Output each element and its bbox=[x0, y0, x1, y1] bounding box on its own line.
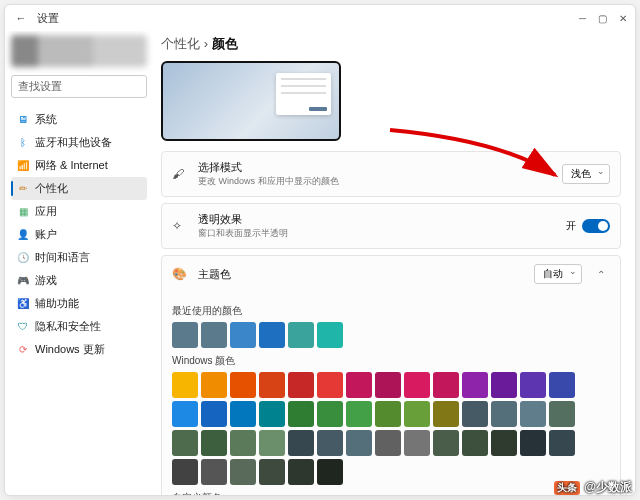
breadcrumb-parent[interactable]: 个性化 bbox=[161, 36, 200, 51]
sidebar-item-10[interactable]: ⟳Windows 更新 bbox=[11, 338, 147, 361]
windows-color-swatch[interactable] bbox=[230, 372, 256, 398]
nav-icon: 📶 bbox=[17, 160, 29, 172]
windows-color-swatch[interactable] bbox=[172, 401, 198, 427]
transparency-toggle[interactable] bbox=[582, 219, 610, 233]
sidebar-item-2[interactable]: 📶网络 & Internet bbox=[11, 154, 147, 177]
windows-color-swatch[interactable] bbox=[375, 372, 401, 398]
windows-color-swatch[interactable] bbox=[491, 372, 517, 398]
sidebar-item-9[interactable]: 🛡隐私和安全性 bbox=[11, 315, 147, 338]
windows-color-swatch[interactable] bbox=[259, 430, 285, 456]
windows-color-swatch[interactable] bbox=[433, 372, 459, 398]
accent-select[interactable]: 自动 bbox=[534, 264, 582, 284]
windows-color-swatch[interactable] bbox=[288, 401, 314, 427]
sparkle-icon: ✧ bbox=[172, 219, 188, 233]
windows-color-swatch[interactable] bbox=[433, 401, 459, 427]
windows-color-swatch[interactable] bbox=[259, 372, 285, 398]
sidebar-item-5[interactable]: 👤账户 bbox=[11, 223, 147, 246]
transparency-row: ✧ 透明效果 窗口和表面显示半透明 开 bbox=[161, 203, 621, 249]
windows-color-swatch[interactable] bbox=[520, 401, 546, 427]
windows-color-swatch[interactable] bbox=[375, 430, 401, 456]
windows-color-swatch[interactable] bbox=[549, 430, 575, 456]
windows-color-swatch[interactable] bbox=[520, 372, 546, 398]
window-controls: ─ ▢ ✕ bbox=[579, 13, 627, 24]
windows-color-swatch[interactable] bbox=[230, 401, 256, 427]
windows-color-swatch[interactable] bbox=[462, 372, 488, 398]
sidebar-item-3[interactable]: ✏个性化 bbox=[11, 177, 147, 200]
windows-color-swatch[interactable] bbox=[259, 459, 285, 485]
windows-color-swatch[interactable] bbox=[201, 430, 227, 456]
recent-color-swatch[interactable] bbox=[172, 322, 198, 348]
recent-color-swatch[interactable] bbox=[201, 322, 227, 348]
nav-icon: 🕓 bbox=[17, 252, 29, 264]
palette-icon: 🎨 bbox=[172, 267, 188, 281]
windows-color-swatch[interactable] bbox=[317, 459, 343, 485]
nav-icon: ▦ bbox=[17, 206, 29, 218]
windows-color-swatch[interactable] bbox=[317, 401, 343, 427]
windows-color-swatch[interactable] bbox=[491, 430, 517, 456]
transparency-desc: 窗口和表面显示半透明 bbox=[198, 227, 556, 240]
windows-color-swatch[interactable] bbox=[549, 372, 575, 398]
back-button[interactable]: ← bbox=[13, 12, 29, 24]
main-content: 个性化 › 颜色 🖌 选择模式 更改 Windows 和应用中显示的颜色 浅色 bbox=[153, 31, 635, 495]
collapse-button[interactable]: ⌃ bbox=[592, 269, 610, 280]
brush-icon: 🖌 bbox=[172, 167, 188, 181]
windows-color-swatch[interactable] bbox=[172, 430, 198, 456]
sidebar-item-4[interactable]: ▦应用 bbox=[11, 200, 147, 223]
profile-area[interactable] bbox=[11, 35, 147, 67]
windows-color-swatch[interactable] bbox=[404, 401, 430, 427]
nav-icon: 🎮 bbox=[17, 275, 29, 287]
sidebar-item-1[interactable]: ᛒ蓝牙和其他设备 bbox=[11, 131, 147, 154]
windows-color-swatch[interactable] bbox=[346, 401, 372, 427]
titlebar: ← 设置 ─ ▢ ✕ bbox=[5, 5, 635, 31]
nav-icon: ✏ bbox=[17, 183, 29, 195]
windows-color-swatch[interactable] bbox=[230, 430, 256, 456]
breadcrumb-current: 颜色 bbox=[212, 36, 238, 51]
minimize-button[interactable]: ─ bbox=[579, 13, 586, 24]
windows-colors-label: Windows 颜色 bbox=[172, 354, 610, 368]
windows-color-swatch[interactable] bbox=[346, 372, 372, 398]
windows-color-swatch[interactable] bbox=[230, 459, 256, 485]
recent-color-swatch[interactable] bbox=[288, 322, 314, 348]
nav-icon: 🛡 bbox=[17, 321, 29, 333]
windows-color-swatch[interactable] bbox=[375, 401, 401, 427]
sidebar-item-8[interactable]: ♿辅助功能 bbox=[11, 292, 147, 315]
sidebar-item-0[interactable]: 🖥系统 bbox=[11, 108, 147, 131]
windows-color-swatch[interactable] bbox=[288, 430, 314, 456]
maximize-button[interactable]: ▢ bbox=[598, 13, 607, 24]
windows-color-swatch[interactable] bbox=[288, 459, 314, 485]
sidebar: 查找设置 🖥系统ᛒ蓝牙和其他设备📶网络 & Internet✏个性化▦应用👤账户… bbox=[5, 31, 153, 495]
theme-preview[interactable] bbox=[161, 61, 341, 141]
windows-color-swatch[interactable] bbox=[462, 430, 488, 456]
windows-color-swatch[interactable] bbox=[520, 430, 546, 456]
windows-color-swatch[interactable] bbox=[433, 430, 459, 456]
sidebar-item-6[interactable]: 🕓时间和语言 bbox=[11, 246, 147, 269]
windows-color-swatch[interactable] bbox=[172, 459, 198, 485]
windows-color-swatch[interactable] bbox=[404, 372, 430, 398]
windows-color-swatch[interactable] bbox=[288, 372, 314, 398]
windows-color-swatch[interactable] bbox=[491, 401, 517, 427]
windows-color-swatch[interactable] bbox=[259, 401, 285, 427]
close-button[interactable]: ✕ bbox=[619, 13, 627, 24]
windows-color-swatch[interactable] bbox=[317, 372, 343, 398]
windows-color-swatch[interactable] bbox=[201, 372, 227, 398]
windows-color-swatch[interactable] bbox=[404, 430, 430, 456]
search-input[interactable]: 查找设置 bbox=[11, 75, 147, 98]
recent-colors-label: 最近使用的颜色 bbox=[172, 304, 610, 318]
toggle-label: 开 bbox=[566, 219, 576, 233]
windows-color-swatch[interactable] bbox=[317, 430, 343, 456]
sidebar-item-7[interactable]: 🎮游戏 bbox=[11, 269, 147, 292]
windows-color-swatch[interactable] bbox=[172, 372, 198, 398]
mode-row: 🖌 选择模式 更改 Windows 和应用中显示的颜色 浅色 bbox=[161, 151, 621, 197]
recent-color-swatch[interactable] bbox=[259, 322, 285, 348]
settings-window: ← 设置 ─ ▢ ✕ 查找设置 🖥系统ᛒ蓝牙和其他设备📶网络 & Interne… bbox=[4, 4, 636, 496]
windows-color-swatch[interactable] bbox=[462, 401, 488, 427]
windows-color-swatch[interactable] bbox=[201, 401, 227, 427]
windows-color-swatch[interactable] bbox=[201, 459, 227, 485]
mode-select[interactable]: 浅色 bbox=[562, 164, 610, 184]
custom-colors-label: 自定义颜色 bbox=[172, 491, 610, 495]
windows-color-swatch[interactable] bbox=[346, 430, 372, 456]
recent-color-swatch[interactable] bbox=[317, 322, 343, 348]
recent-color-swatch[interactable] bbox=[230, 322, 256, 348]
windows-color-swatch[interactable] bbox=[549, 401, 575, 427]
nav-icon: ♿ bbox=[17, 298, 29, 310]
